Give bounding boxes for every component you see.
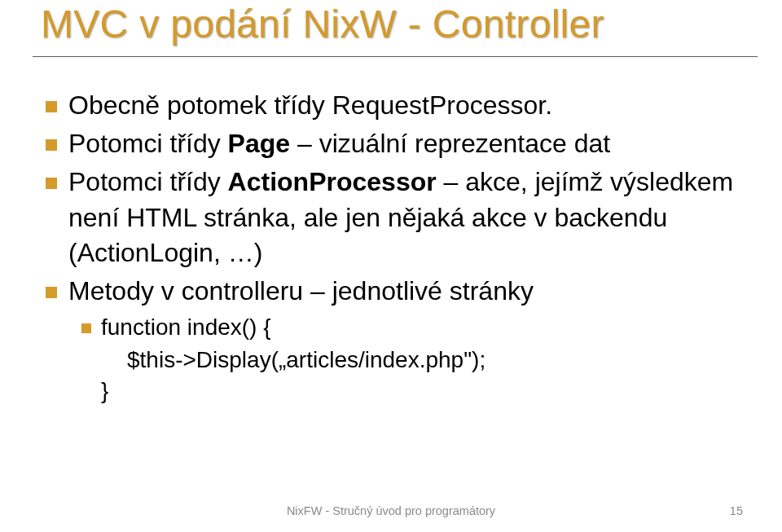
sub-bullet-text: function index() {	[101, 312, 271, 343]
bullet-text: Potomci třídy ActionProcessor – akce, je…	[68, 165, 749, 270]
code-line: $this->Display(„articles/index.php");	[46, 345, 749, 376]
square-bullet-icon	[46, 101, 57, 112]
square-bullet-icon	[81, 323, 91, 333]
square-bullet-icon	[46, 139, 57, 151]
slide-content: Obecně potomek třídy RequestProcessor. P…	[41, 57, 749, 407]
bullet-text: Metody v controlleru – jednotlivé stránk…	[68, 274, 534, 309]
bullet-item-3: Potomci třídy ActionProcessor – akce, je…	[46, 165, 749, 270]
footer-text: NixFW - Stručný úvod pro programátory	[287, 504, 495, 517]
bullet-text: Potomci třídy Page – vizuální reprezenta…	[68, 126, 610, 161]
page-number: 15	[730, 504, 743, 517]
text-fragment: – vizuální reprezentace dat	[290, 129, 610, 158]
code-line: }	[46, 376, 749, 407]
square-bullet-icon	[46, 178, 57, 189]
text-fragment: Potomci třídy	[68, 129, 228, 158]
bullet-text: Obecně potomek třídy RequestProcessor.	[68, 88, 552, 123]
bullet-item-2: Potomci třídy Page – vizuální reprezenta…	[46, 126, 749, 161]
text-bold: Page	[228, 129, 290, 158]
slide-footer: NixFW - Stručný úvod pro programátory 15	[0, 504, 782, 517]
square-bullet-icon	[46, 287, 57, 298]
slide-title: MVC v podání NixW - Controller	[41, 0, 749, 56]
bullet-item-4: Metody v controlleru – jednotlivé stránk…	[46, 274, 749, 309]
text-bold: ActionProcessor	[228, 167, 437, 196]
sub-bullet-item: function index() {	[46, 312, 749, 343]
text-fragment: Potomci třídy	[68, 167, 228, 196]
bullet-item-1: Obecně potomek třídy RequestProcessor.	[46, 88, 749, 123]
